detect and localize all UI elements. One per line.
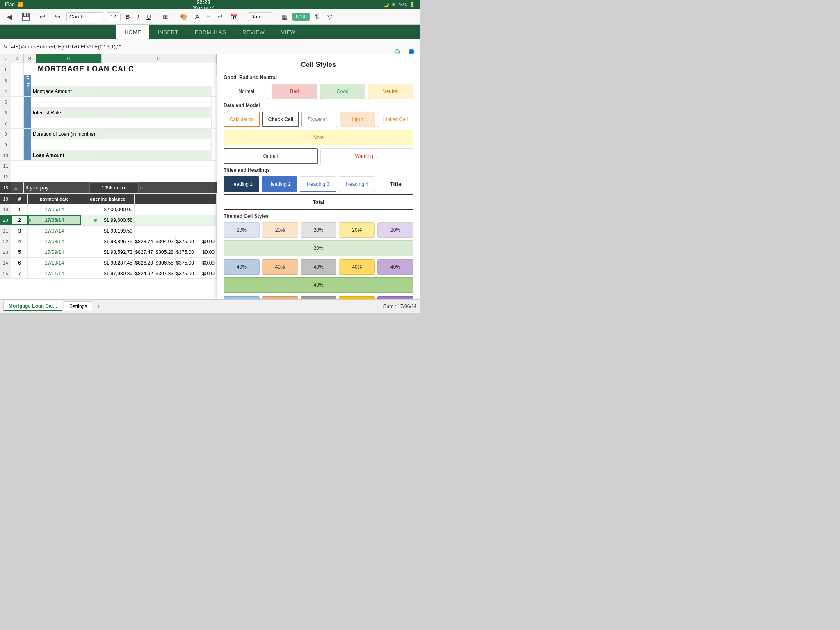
style-title[interactable]: Title bbox=[378, 176, 413, 192]
cell-d10[interactable] bbox=[98, 150, 212, 160]
cell-a7[interactable] bbox=[11, 118, 24, 128]
themed-blue-20[interactable]: 20% bbox=[224, 222, 260, 238]
cell-num-5[interactable]: 5 bbox=[11, 247, 28, 257]
cell-g22[interactable]: $375.00 bbox=[176, 236, 196, 247]
themed-blue-60[interactable]: 60% bbox=[224, 296, 260, 299]
cell-a9[interactable] bbox=[11, 139, 24, 150]
cell-bal-5[interactable]: $1,98,592.73 bbox=[81, 247, 135, 257]
cell-b9[interactable] bbox=[24, 139, 31, 150]
cell-b7[interactable] bbox=[24, 118, 31, 128]
cell-e24[interactable]: $826.20 bbox=[135, 258, 155, 268]
style-heading2[interactable]: Heading 2 bbox=[262, 176, 297, 192]
style-warning[interactable]: Warning ... bbox=[320, 148, 414, 164]
style-heading1[interactable]: Heading 1 bbox=[224, 176, 259, 192]
cell-date-5[interactable]: 17/09/14 bbox=[28, 247, 81, 257]
cell-c7[interactable] bbox=[31, 118, 212, 128]
cell-bal-1[interactable]: $2,00,000.00 bbox=[81, 204, 135, 215]
cell-d3[interactable] bbox=[89, 75, 204, 86]
themed-orange-20[interactable]: 20% bbox=[262, 222, 298, 238]
style-output[interactable]: Output bbox=[224, 148, 318, 164]
themed-orange-60[interactable]: 60% bbox=[262, 296, 298, 299]
cell-10pct-more[interactable]: 10% more bbox=[89, 182, 139, 193]
cell-num-1[interactable]: 1 bbox=[11, 204, 28, 215]
style-heading3[interactable]: Heading 3 bbox=[300, 176, 336, 192]
cell-h23[interactable]: $0.00 bbox=[196, 247, 217, 257]
col-d-header[interactable]: D bbox=[102, 54, 217, 63]
themed-gold-60[interactable]: 60% bbox=[339, 296, 375, 299]
cell-h25[interactable]: $0.00 bbox=[196, 268, 217, 278]
cell-c4-mortgage[interactable]: Mortgage Amount bbox=[31, 86, 98, 96]
font-size-input[interactable] bbox=[106, 12, 121, 21]
tab-mortgage[interactable]: Mortgage Loan Cal... bbox=[3, 301, 62, 311]
style-heading4[interactable]: Heading 4 bbox=[339, 176, 375, 192]
cell-a5[interactable] bbox=[11, 97, 24, 107]
style-good[interactable]: Good bbox=[320, 84, 365, 99]
themed-orange-40[interactable]: 40% bbox=[262, 259, 298, 275]
cell-date-2[interactable]: 17/06/14 bbox=[28, 215, 81, 225]
font-color-button[interactable]: A bbox=[193, 12, 202, 21]
merge-cells-button[interactable]: ⊞ bbox=[160, 12, 171, 22]
cell-extra-19[interactable] bbox=[135, 204, 217, 215]
cell-a8[interactable] bbox=[11, 129, 24, 139]
cell-bal-3[interactable]: $1,99,199.50 bbox=[81, 226, 135, 236]
wrap-button[interactable]: ↵ bbox=[215, 12, 226, 22]
italic-button[interactable]: I bbox=[135, 12, 142, 21]
cell-d4[interactable] bbox=[98, 86, 212, 96]
cell-extra-21[interactable] bbox=[135, 226, 217, 236]
calendar-button[interactable]: 📅 bbox=[228, 12, 241, 22]
cell-date-4[interactable]: 17/08/14 bbox=[28, 236, 81, 247]
tab-insert[interactable]: INSERT bbox=[149, 25, 186, 39]
cell-e25[interactable]: $824.92 bbox=[135, 268, 155, 278]
style-linked-cell[interactable]: Linked Cell bbox=[378, 112, 413, 127]
conditional-format-button[interactable]: ▦ bbox=[279, 12, 290, 22]
cell-b10[interactable] bbox=[24, 150, 31, 160]
cell-num-4[interactable]: 4 bbox=[11, 236, 28, 247]
cell-if-you-pay[interactable]: If you pay bbox=[24, 182, 89, 193]
cell-extra-15[interactable]: e... bbox=[139, 182, 208, 193]
cell-extra-20[interactable] bbox=[135, 215, 217, 225]
cell-bal-2[interactable]: $1,99,600.58 bbox=[81, 215, 135, 225]
redo-button[interactable]: ↪ bbox=[51, 11, 64, 23]
cell-c6-interest[interactable]: Interest Rate bbox=[31, 107, 98, 118]
themed-gold-40[interactable]: 40% bbox=[339, 259, 375, 275]
style-explanation[interactable]: Explanat... bbox=[301, 112, 337, 127]
cell-h22[interactable]: $0.00 bbox=[196, 236, 217, 247]
style-check-cell[interactable]: Check Cell bbox=[262, 112, 299, 127]
col-b-header[interactable]: B bbox=[24, 54, 36, 63]
cell-f22[interactable]: $304.02 bbox=[155, 236, 176, 247]
cell-date-1[interactable]: 17/05/14 bbox=[28, 204, 81, 215]
style-total[interactable]: Total bbox=[224, 194, 413, 210]
formula-input[interactable] bbox=[11, 43, 417, 50]
style-input[interactable]: Input bbox=[340, 112, 375, 127]
cell-c10-loan[interactable]: Loan Amount bbox=[31, 150, 98, 160]
font-name-input[interactable] bbox=[66, 12, 103, 21]
cell-g24[interactable]: $375.00 bbox=[176, 258, 196, 268]
undo-button[interactable]: ↩ bbox=[36, 11, 49, 23]
themed-blue-40[interactable]: 40% bbox=[224, 259, 260, 275]
cell-g23[interactable]: $375.00 bbox=[176, 247, 196, 257]
style-bad[interactable]: Bad bbox=[272, 84, 317, 99]
cell-f24[interactable]: $306.55 bbox=[155, 258, 176, 268]
cell-c5[interactable] bbox=[31, 97, 212, 107]
themed-green-40[interactable]: 40% bbox=[224, 277, 413, 293]
cell-c8-duration[interactable]: Duration of Loan (in months) bbox=[31, 129, 98, 139]
underline-button[interactable]: U bbox=[144, 12, 153, 21]
cell-b6[interactable] bbox=[24, 107, 31, 118]
cell-date-3[interactable]: 17/07/14 bbox=[28, 226, 81, 236]
cell-d8[interactable] bbox=[98, 129, 212, 139]
cell-f23[interactable]: $305.28 bbox=[155, 247, 176, 257]
cell-title[interactable]: MORTGAGE LOAN CALC bbox=[36, 63, 217, 75]
themed-green-20[interactable]: 20% bbox=[224, 240, 413, 256]
themed-purple-40[interactable]: 40% bbox=[377, 259, 413, 275]
cell-num-2[interactable]: 2 bbox=[11, 215, 28, 225]
themed-gray-20[interactable]: 20% bbox=[301, 222, 337, 238]
col-a-header[interactable]: A bbox=[11, 54, 24, 63]
cell-a3[interactable] bbox=[11, 75, 24, 86]
cell-e23[interactable]: $827.47 bbox=[135, 247, 155, 257]
cell-bal-7[interactable]: $1,97,980.89 bbox=[81, 268, 135, 278]
cell-a4[interactable] bbox=[11, 86, 24, 96]
cell-num-6[interactable]: 6 bbox=[11, 258, 28, 268]
bold-button[interactable]: B bbox=[123, 12, 132, 21]
themed-purple-60[interactable]: 60% bbox=[377, 296, 413, 299]
back-button[interactable]: ◀ bbox=[3, 11, 16, 23]
